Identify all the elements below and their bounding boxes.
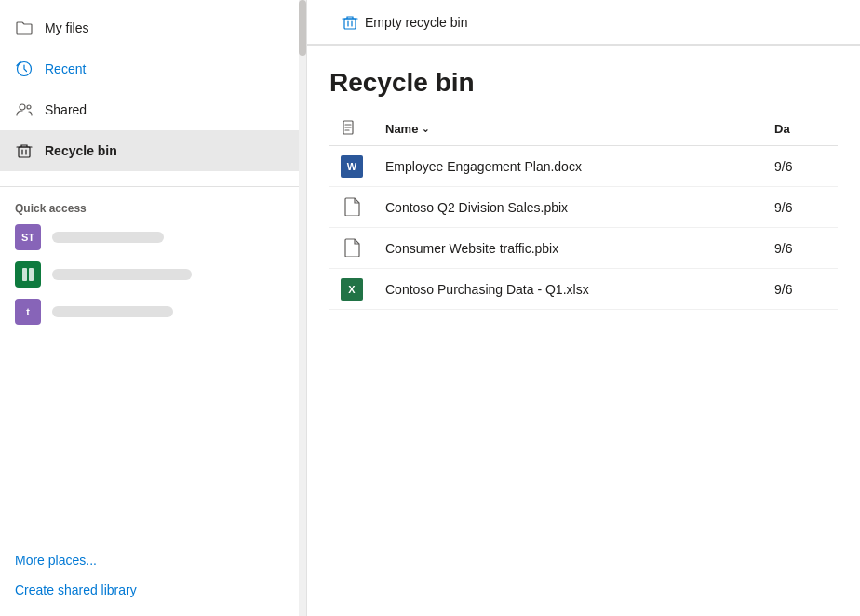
quick-access-item-0[interactable]: ST: [0, 219, 306, 256]
recycle-bin-label: Recycle bin: [45, 143, 117, 158]
file-icon-cell: [329, 228, 374, 269]
generic-file-icon: [341, 195, 363, 218]
more-places-link[interactable]: More places...: [15, 549, 291, 571]
word-icon: W: [341, 155, 363, 178]
empty-recycle-bin-button[interactable]: Empty recycle bin: [329, 7, 478, 37]
file-table: Name ⌄ Da W Employee Engagement Plan.doc…: [329, 113, 838, 310]
recent-icon: [15, 60, 34, 78]
toolbar: Empty recycle bin: [307, 0, 860, 45]
sidebar-navigation: My files Recent: [0, 0, 306, 179]
create-shared-library-link[interactable]: Create shared library: [15, 579, 291, 601]
file-table-body: W Employee Engagement Plan.docx9/6 Conto…: [329, 146, 838, 310]
trash-icon: [341, 13, 359, 32]
shared-icon: [15, 100, 34, 119]
svg-point-1: [20, 104, 25, 110]
shared-label: Shared: [45, 102, 87, 117]
svg-rect-4: [22, 268, 27, 281]
file-icon-cell: [329, 187, 374, 228]
table-row[interactable]: X Contoso Purchasing Data - Q1.xlsx9/6: [329, 269, 838, 310]
sidebar-item-recent[interactable]: Recent: [0, 48, 306, 89]
svg-point-2: [27, 105, 31, 109]
recent-label: Recent: [45, 61, 86, 76]
svg-rect-5: [29, 268, 34, 281]
file-icon-cell: X: [329, 269, 374, 310]
qa-avatar-1: [15, 261, 41, 288]
qa-avatar-2: t: [15, 299, 41, 325]
recycle-bin-icon: [15, 141, 34, 160]
qa-avatar-0: ST: [15, 224, 41, 250]
svg-rect-6: [344, 19, 356, 29]
col-header-name[interactable]: Name ⌄: [374, 113, 763, 146]
qa-label-2: [52, 306, 173, 317]
folder-icon: [15, 19, 34, 37]
file-name-cell: Consumer Website traffic.pbix: [374, 228, 763, 269]
table-row[interactable]: Consumer Website traffic.pbix9/6: [329, 228, 838, 269]
file-icon-cell: W: [329, 146, 374, 187]
qa-label-0: [52, 232, 164, 243]
page-title-area: Recycle bin: [307, 46, 860, 113]
file-name-cell: Contoso Purchasing Data - Q1.xlsx: [374, 269, 763, 310]
col-header-date: Da: [763, 113, 838, 146]
table-row[interactable]: Contoso Q2 Division Sales.pbix9/6: [329, 187, 838, 228]
sidebar-item-recycle-bin[interactable]: Recycle bin: [0, 130, 306, 171]
sidebar-item-my-files[interactable]: My files: [0, 7, 306, 48]
file-name-cell: Employee Engagement Plan.docx: [374, 146, 763, 187]
col-header-icon: [329, 113, 374, 146]
sort-chevron-icon: ⌄: [422, 124, 429, 134]
file-date-cell: 9/6: [763, 187, 838, 228]
name-column-label: Name: [385, 122, 418, 136]
file-type-icon: [341, 124, 356, 138]
quick-access-header: Quick access: [0, 194, 306, 219]
file-date-cell: 9/6: [763, 146, 838, 187]
sidebar-scrollbar[interactable]: [299, 0, 306, 616]
file-list: Name ⌄ Da W Employee Engagement Plan.doc…: [307, 113, 860, 616]
file-date-cell: 9/6: [763, 228, 838, 269]
quick-access-item-2[interactable]: t: [0, 293, 306, 330]
empty-recycle-bin-label: Empty recycle bin: [365, 15, 467, 30]
table-row[interactable]: W Employee Engagement Plan.docx9/6: [329, 146, 838, 187]
my-files-label: My files: [45, 20, 88, 35]
quick-access-list: ST t: [0, 219, 306, 330]
quick-access-item-1[interactable]: [0, 256, 306, 293]
file-date-cell: 9/6: [763, 269, 838, 310]
main-content: Empty recycle bin Recycle bin: [307, 0, 860, 616]
file-name-cell: Contoso Q2 Division Sales.pbix: [374, 187, 763, 228]
sidebar-item-shared[interactable]: Shared: [0, 89, 306, 130]
sidebar-divider: [0, 186, 306, 187]
sidebar: My files Recent: [0, 0, 307, 616]
excel-icon: X: [341, 278, 363, 301]
sidebar-footer: More places... Create shared library: [0, 534, 306, 616]
page-title: Recycle bin: [329, 68, 838, 98]
generic-file-icon: [341, 236, 363, 259]
svg-rect-3: [19, 147, 30, 157]
sidebar-scrollbar-thumb: [299, 0, 306, 56]
qa-label-1: [52, 269, 192, 280]
